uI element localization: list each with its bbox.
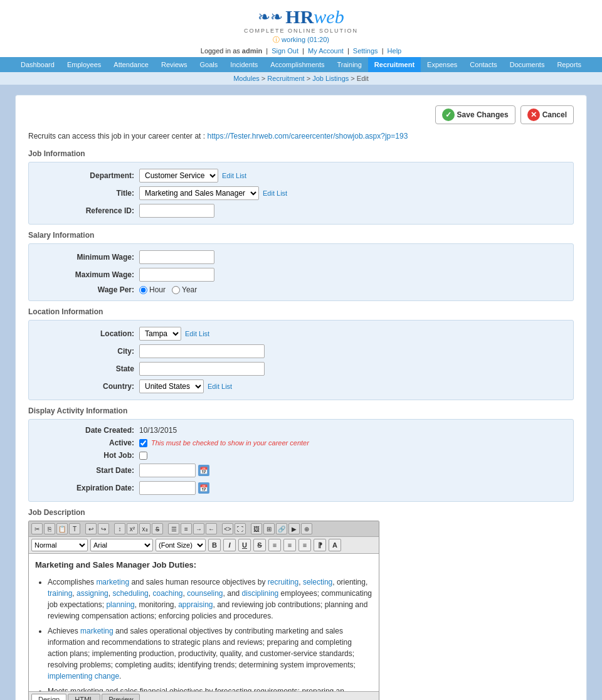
nav-reviews[interactable]: Reviews bbox=[155, 57, 194, 72]
wage-hour-label[interactable]: Hour bbox=[139, 285, 166, 294]
table-btn[interactable]: ⊞ bbox=[263, 523, 275, 534]
department-edit-list[interactable]: Edit List bbox=[222, 172, 246, 179]
activity-info-header: Display Activity Information bbox=[28, 406, 574, 415]
career-url-link[interactable]: https://Tester.hrweb.com/careercenter/sh… bbox=[207, 132, 408, 141]
active-checkbox[interactable] bbox=[139, 439, 147, 447]
italic-btn[interactable]: I bbox=[223, 539, 236, 551]
nav-expenses[interactable]: Expenses bbox=[421, 57, 463, 72]
nav-accomplishments[interactable]: Accomplishments bbox=[264, 57, 330, 72]
underline-btn[interactable]: U bbox=[238, 539, 251, 551]
font-size-select[interactable]: (Font Size) 8 10 12 14 bbox=[156, 539, 206, 551]
insert-btn[interactable]: ↕ bbox=[114, 523, 125, 534]
align-left-btn[interactable]: ≡ bbox=[268, 539, 281, 551]
min-wage-input[interactable]: $21.50 bbox=[139, 250, 214, 264]
country-control: United States Edit List bbox=[139, 379, 563, 393]
text-color-btn[interactable]: A bbox=[329, 539, 341, 551]
job-desc-header: Job Description bbox=[28, 508, 574, 517]
strikethrough-btn[interactable]: S bbox=[253, 539, 266, 551]
max-wage-row: Maximum Wage: $26.50 bbox=[39, 268, 563, 282]
hot-job-label: Hot Job: bbox=[39, 451, 139, 460]
ordered-list-btn[interactable]: ≡ bbox=[181, 523, 192, 534]
expiration-label: Expiration Date: bbox=[39, 484, 139, 492]
editor-tab-html[interactable]: HTML bbox=[68, 694, 100, 700]
save-changes-button-top[interactable]: ✓ Save Changes bbox=[435, 105, 515, 124]
nav-goals[interactable]: Goals bbox=[194, 57, 224, 72]
indent-btn[interactable]: → bbox=[193, 523, 204, 534]
sign-out-link[interactable]: Sign Out bbox=[272, 47, 298, 55]
logo-hr-text: HR bbox=[285, 6, 314, 28]
subscript-btn[interactable]: x₂ bbox=[139, 523, 150, 534]
breadcrumb-job-listings[interactable]: Job Listings bbox=[312, 75, 349, 82]
location-info-section: Location: Tampa Edit List City: Tampa St… bbox=[28, 320, 574, 400]
font-select[interactable]: Arial Times New Roman Courier New Verdan… bbox=[90, 539, 153, 551]
city-input[interactable]: Tampa bbox=[139, 344, 265, 358]
wage-year-radio[interactable] bbox=[172, 286, 180, 294]
start-date-input[interactable]: 10/26/2015 bbox=[139, 464, 196, 477]
active-control: This must be checked to show in your car… bbox=[139, 439, 563, 447]
cut-btn[interactable]: ✂ bbox=[31, 523, 43, 534]
location-edit-list[interactable]: Edit List bbox=[185, 330, 209, 337]
wage-year-label[interactable]: Year bbox=[172, 285, 197, 294]
unordered-list-btn[interactable]: ☰ bbox=[168, 523, 179, 534]
align-right-btn[interactable]: ≡ bbox=[298, 539, 311, 551]
my-account-link[interactable]: My Account bbox=[308, 47, 344, 55]
nav-incidents[interactable]: Incidents bbox=[224, 57, 264, 72]
image-btn[interactable]: 🖼 bbox=[251, 523, 262, 534]
state-input[interactable]: FL bbox=[139, 362, 265, 376]
source-btn[interactable]: <> bbox=[222, 523, 233, 534]
salary-info-section: Minimum Wage: $21.50 Maximum Wage: $26.5… bbox=[28, 243, 574, 301]
nav-dashboard[interactable]: Dashboard bbox=[14, 57, 61, 72]
styles-btn[interactable]: ⁋ bbox=[314, 539, 326, 551]
bold-btn[interactable]: B bbox=[208, 539, 221, 551]
cancel-button-top[interactable]: ✕ Cancel bbox=[520, 105, 574, 124]
wage-hour-radio[interactable] bbox=[139, 286, 147, 294]
working-link[interactable]: working (01:20) bbox=[282, 36, 329, 43]
media-btn[interactable]: ▶ bbox=[288, 523, 300, 534]
breadcrumb-modules[interactable]: Modules bbox=[233, 75, 260, 82]
breadcrumb-recruitment[interactable]: Recruitment bbox=[267, 75, 304, 82]
format-select[interactable]: Normal Heading 1 Heading 2 Heading 3 bbox=[31, 539, 88, 551]
paste-btn[interactable]: 📋 bbox=[56, 523, 68, 534]
country-select[interactable]: United States bbox=[139, 379, 204, 393]
nav-attendance[interactable]: Attendance bbox=[107, 57, 155, 72]
title-select[interactable]: Marketing and Sales Manager bbox=[139, 186, 259, 200]
start-date-calendar-icon[interactable]: 📅 bbox=[198, 465, 209, 476]
country-edit-list[interactable]: Edit List bbox=[208, 383, 232, 390]
title-edit-list[interactable]: Edit List bbox=[263, 189, 287, 197]
nav-employees[interactable]: Employees bbox=[61, 57, 107, 72]
strike-btn[interactable]: S̶ bbox=[152, 523, 163, 534]
start-date-row: Start Date: 10/26/2015 📅 bbox=[39, 464, 563, 477]
help-link[interactable]: Help bbox=[388, 47, 402, 55]
hot-job-checkbox[interactable] bbox=[139, 452, 147, 460]
paste-text-btn[interactable]: T bbox=[69, 523, 80, 534]
more-btn[interactable]: ⊕ bbox=[301, 523, 312, 534]
superscript-btn[interactable]: x² bbox=[127, 523, 138, 534]
undo-btn[interactable]: ↩ bbox=[85, 523, 97, 534]
nav-training[interactable]: Training bbox=[331, 57, 368, 72]
department-select[interactable]: Customer Service bbox=[139, 169, 218, 183]
align-center-btn[interactable]: ≡ bbox=[283, 539, 296, 551]
link-btn[interactable]: 🔗 bbox=[276, 523, 287, 534]
editor-content-area[interactable]: Marketing and Sales Manager Job Duties: … bbox=[29, 554, 379, 692]
editor-tab-preview[interactable]: Preview bbox=[102, 694, 140, 700]
nav-documents[interactable]: Documents bbox=[504, 57, 551, 72]
editor-tab-design[interactable]: Design bbox=[31, 694, 66, 700]
copy-btn[interactable]: ⎘ bbox=[44, 523, 55, 534]
nav-recruitment[interactable]: Recruitment bbox=[368, 57, 421, 72]
location-select[interactable]: Tampa bbox=[139, 327, 181, 341]
redo-btn[interactable]: ↪ bbox=[98, 523, 109, 534]
max-wage-input[interactable]: $26.50 bbox=[139, 268, 214, 282]
nav-reports[interactable]: Reports bbox=[551, 57, 588, 72]
fullscreen-btn[interactable]: ⛶ bbox=[235, 523, 246, 534]
nav-contacts[interactable]: Contacts bbox=[463, 57, 503, 72]
expiration-date-input[interactable]: 11/30/2015 bbox=[139, 481, 196, 495]
reference-input[interactable]: ASA-01 bbox=[139, 204, 214, 218]
outdent-btn[interactable]: ← bbox=[206, 523, 217, 534]
settings-link[interactable]: Settings bbox=[353, 47, 378, 55]
expiration-calendar-icon[interactable]: 📅 bbox=[198, 482, 209, 494]
active-row: Active: This must be checked to show in … bbox=[39, 438, 563, 447]
logo-sub-text: COMPLETE ONLINE SOLUTION bbox=[244, 28, 358, 34]
editor-toolbar-top: ✂ ⎘ 📋 T ↩ ↪ ↕ x² x₂ S̶ ☰ ≡ → ← <> ⛶ bbox=[29, 521, 379, 537]
logo-waves-icon: ❧❧ bbox=[258, 8, 283, 26]
job-info-header: Job Information bbox=[28, 149, 574, 158]
